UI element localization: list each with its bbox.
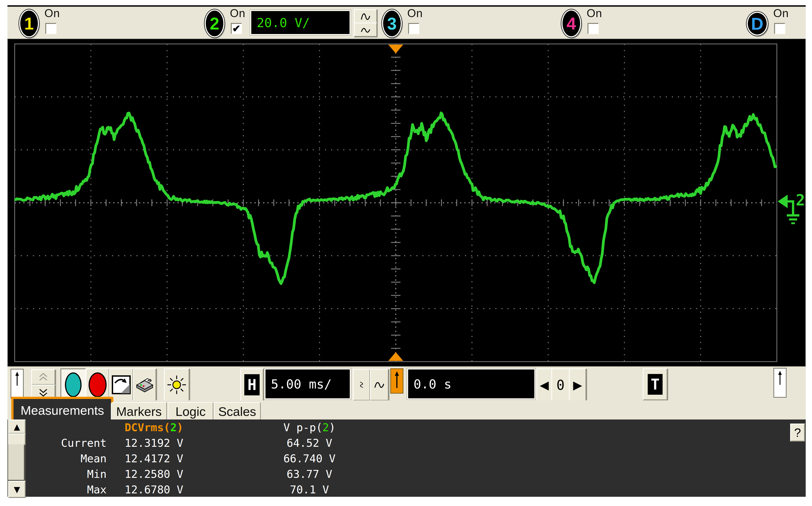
oscilloscope-app: 1 On 2 On ✔ 20.0 V/ xyxy=(7,5,806,497)
channel-digital-group: D On xyxy=(747,7,803,39)
row-label: Mean xyxy=(25,452,106,465)
channel-2-on-label: On xyxy=(230,7,245,20)
tab-scales[interactable]: Scales xyxy=(214,402,261,420)
print-button[interactable] xyxy=(133,368,156,401)
scroll-up-arrow-icon: ▲ xyxy=(14,422,20,431)
channel-3-group: 3 On xyxy=(382,7,438,39)
trigger-arrow-icon xyxy=(394,371,400,390)
channel-digital-on-checkbox[interactable] xyxy=(774,23,786,34)
display-brightness-button[interactable] xyxy=(164,368,189,401)
scrollbar-track[interactable] xyxy=(8,444,24,480)
panel-tabs: Measurements Markers Logic Scales xyxy=(7,400,806,419)
tab-logic[interactable]: Logic xyxy=(168,402,214,420)
channel-2-group: 2 On ✔ 20.0 V/ xyxy=(205,7,376,39)
channel-1-on-checkbox[interactable] xyxy=(45,23,57,34)
col1-channel: 2 xyxy=(170,421,177,434)
channel-1-on-label: On xyxy=(45,7,60,20)
sine-icon xyxy=(373,380,386,390)
horizontal-menu-button[interactable]: H xyxy=(240,368,264,401)
trigger-label: T xyxy=(648,374,663,395)
vertical-scroll-indicator-left[interactable] xyxy=(11,369,24,399)
delay-decrement-button[interactable]: ◀ xyxy=(537,368,552,402)
tab-measurements-label: Measurements xyxy=(20,403,104,418)
timebase-zoom-out-button[interactable] xyxy=(353,369,370,401)
measurements-scrollbar[interactable]: ▲ ▼ xyxy=(7,419,25,497)
tab-markers[interactable]: Markers xyxy=(111,402,167,420)
measurements-table: DCVrms(2) V p-p(2) Current 12.3192 V 64.… xyxy=(25,419,769,497)
delay-value: 0.0 s xyxy=(414,377,452,391)
channel-3-button[interactable]: 3 xyxy=(382,9,402,37)
channel-2-scale-field[interactable]: 20.0 V/ xyxy=(250,10,351,35)
timebase-value: 5.00 ms/ xyxy=(271,377,332,391)
channel-2-checkmark: ✔ xyxy=(232,24,241,33)
measurement-column-2-header: V p-p(2) xyxy=(273,421,345,434)
scrollbar-up-button[interactable]: ▲ xyxy=(8,419,26,434)
delay-zero-label: 0 xyxy=(556,377,565,393)
trigger-position-button[interactable] xyxy=(390,368,403,394)
channel-4-button[interactable]: 4 xyxy=(561,9,581,37)
row-label: Min xyxy=(25,468,106,480)
row-value-2: 66.740 V xyxy=(273,452,345,465)
col1-suffix: ) xyxy=(177,421,183,434)
timebase-zoom-in-button[interactable] xyxy=(370,369,389,401)
scroll-up-button[interactable] xyxy=(31,369,56,385)
small-sine-icon xyxy=(359,25,372,34)
channel-2-scale-down-button[interactable] xyxy=(354,22,377,37)
run-button[interactable] xyxy=(60,368,86,401)
autoscale-icon xyxy=(112,375,131,394)
scroll-down-arrow-icon: ▼ xyxy=(14,485,20,494)
channel-3-on-checkbox[interactable] xyxy=(408,23,419,34)
channel-4-on-checkbox[interactable] xyxy=(587,23,599,34)
col1-name: DCVrms( xyxy=(125,421,170,434)
measurements-header-row: DCVrms(2) V p-p(2) xyxy=(25,419,769,435)
channel-4-on-label: On xyxy=(587,7,602,20)
row-value-1: 12.3192 V xyxy=(118,437,190,449)
scrollbar-thumb[interactable] xyxy=(8,433,26,445)
double-chevron-up-icon xyxy=(38,372,48,382)
delay-zero-button[interactable]: 0 xyxy=(551,368,570,402)
vertical-scroll-indicator-right[interactable] xyxy=(774,368,787,398)
row-label: Max xyxy=(25,483,106,496)
channel-1-button[interactable]: 1 xyxy=(19,9,39,37)
bottom-toolbar: H 5.00 ms/ 0.0 s ◀ 0 xyxy=(7,366,806,400)
channel-2-scale-value: 20.0 V/ xyxy=(257,15,310,30)
tab-measurements[interactable]: Measurements xyxy=(11,397,113,422)
help-label: ? xyxy=(794,426,801,439)
printer-icon xyxy=(135,375,154,395)
stop-icon xyxy=(89,372,106,397)
col2-channel: 2 xyxy=(323,421,329,434)
help-button[interactable]: ? xyxy=(790,424,805,441)
channel-digital-on-label: On xyxy=(773,7,789,20)
waveform-display: 2 xyxy=(7,39,806,366)
autoscale-button[interactable] xyxy=(109,368,134,401)
measurement-row-min: Min 12.2580 V 63.77 V xyxy=(25,466,769,482)
row-value-1: 12.2580 V xyxy=(118,468,190,480)
tab-markers-label: Markers xyxy=(116,404,162,419)
channel-digital-button[interactable]: D xyxy=(747,12,768,35)
tab-logic-label: Logic xyxy=(176,404,206,419)
channel-1-group: 1 On xyxy=(19,7,76,39)
delay-increment-button[interactable]: ▶ xyxy=(569,368,586,402)
up-arrow-icon xyxy=(777,371,783,387)
channel-2-on-checkbox[interactable]: ✔ xyxy=(231,23,242,34)
channel-2-button[interactable]: 2 xyxy=(205,9,225,37)
row-value-1: 12.4172 V xyxy=(118,452,190,465)
measurements-panel: ▲ ▼ DCVrms(2) V p-p(2) Current 12.3192 V xyxy=(7,419,806,497)
measurement-row-max: Max 12.6780 V 70.1 V xyxy=(25,482,769,497)
trigger-menu-button[interactable]: T xyxy=(643,368,667,400)
plot-svg: 2 xyxy=(8,39,805,366)
channel-2-ground-marker: 2 xyxy=(778,191,805,223)
delay-field[interactable]: 0.0 s xyxy=(407,368,536,400)
top-divider xyxy=(7,5,806,7)
channel-digital-letter: D xyxy=(751,14,763,33)
svg-text:2: 2 xyxy=(796,191,805,209)
channel-2-number: 2 xyxy=(210,14,219,33)
channel-2-scale-up-button[interactable] xyxy=(354,9,377,23)
channel-bar: 1 On 2 On ✔ 20.0 V/ xyxy=(7,7,806,39)
channel-4-number: 4 xyxy=(567,14,576,33)
right-triangle-icon: ▶ xyxy=(573,378,582,392)
scrollbar-down-button[interactable]: ▼ xyxy=(8,481,26,498)
timebase-field[interactable]: 5.00 ms/ xyxy=(264,368,351,400)
channel-1-number: 1 xyxy=(24,14,34,33)
stop-button[interactable] xyxy=(86,368,109,401)
